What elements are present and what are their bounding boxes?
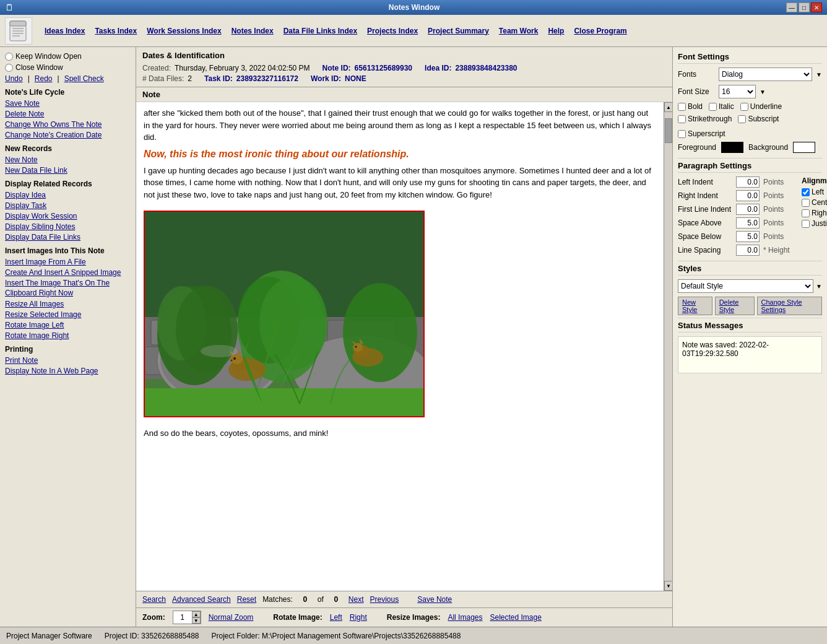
menu-help[interactable]: Help	[548, 27, 564, 35]
delete-note-link[interactable]: Delete Note	[5, 110, 131, 118]
keep-window-radio[interactable]: Keep Window Open	[5, 52, 131, 61]
underline-checkbox[interactable]	[740, 103, 748, 111]
insert-clipboard-image-link[interactable]: Insert The Image That's On The Clipboard…	[5, 279, 131, 298]
align-center-wrap[interactable]: Center	[802, 198, 827, 207]
new-note-link[interactable]: New Note	[5, 155, 131, 164]
align-left-wrap[interactable]: Left	[802, 188, 827, 196]
note-image-container[interactable]	[144, 211, 425, 417]
align-right-wrap[interactable]: Right	[802, 209, 827, 217]
rotate-right-link[interactable]: Right	[350, 613, 367, 622]
left-indent-input[interactable]	[736, 176, 760, 188]
menu-data-file-links-index[interactable]: Data File Links Index	[284, 27, 357, 35]
save-note-link[interactable]: Save Note	[5, 99, 131, 108]
previous-link[interactable]: Previous	[370, 595, 399, 604]
zoom-input[interactable]	[173, 612, 192, 623]
insert-image-file-link[interactable]: Insert Image From A File	[5, 258, 131, 266]
normal-zoom-link[interactable]: Normal Zoom	[209, 613, 254, 622]
display-data-file-links-link[interactable]: Display Data File Links	[5, 233, 131, 242]
subscript-checkbox[interactable]	[738, 115, 746, 123]
underline-checkbox-wrap[interactable]: Underline	[740, 102, 782, 111]
reset-link[interactable]: Reset	[237, 595, 256, 604]
menu-notes-index[interactable]: Notes Index	[232, 27, 274, 35]
print-note-link[interactable]: Print Note	[5, 356, 131, 365]
scroll-track[interactable]	[664, 112, 672, 581]
font-size-select[interactable]: 16	[719, 85, 756, 98]
selected-image-link[interactable]: Selected Image	[490, 613, 541, 622]
font-row: Fonts Dialog ▼	[678, 67, 822, 81]
note-section-title: Note	[136, 87, 672, 102]
note-scrollbar[interactable]: ▲ ▼	[664, 102, 672, 591]
resize-all-images-link[interactable]: Resize All Images	[5, 300, 131, 308]
scroll-thumb[interactable]	[665, 118, 672, 143]
menu-project-summary[interactable]: Project Summary	[428, 27, 489, 35]
new-data-file-link-link[interactable]: New Data File Link	[5, 166, 131, 175]
menu-tasks-index[interactable]: Tasks Index	[95, 27, 137, 35]
advanced-search-link[interactable]: Advanced Search	[172, 595, 231, 604]
display-idea-link[interactable]: Display Idea	[5, 191, 131, 199]
rotate-image-left-link[interactable]: Rotate Image Left	[5, 321, 131, 329]
space-below-input[interactable]	[736, 231, 760, 242]
background-color[interactable]	[793, 142, 815, 153]
bold-checkbox[interactable]	[678, 103, 686, 111]
align-center-checkbox[interactable]	[802, 199, 810, 207]
zoom-decrement-btn[interactable]: ▼	[192, 617, 201, 624]
close-button[interactable]: ✕	[811, 2, 822, 12]
menu-projects-index[interactable]: Projects Index	[367, 27, 418, 35]
change-creation-date-link[interactable]: Change Note's Creation Date	[5, 131, 131, 139]
style-select[interactable]: Default Style	[678, 279, 813, 293]
close-window-radio[interactable]: Close Window	[5, 63, 131, 72]
spell-check-button[interactable]: Spell Check	[64, 74, 104, 83]
italic-checkbox-wrap[interactable]: Italic	[709, 102, 734, 111]
change-owner-link[interactable]: Change Who Owns The Note	[5, 120, 131, 129]
strikethrough-checkbox[interactable]	[678, 115, 686, 123]
align-left-checkbox[interactable]	[802, 188, 810, 196]
svg-point-23	[176, 286, 238, 373]
all-images-link[interactable]: All Images	[448, 613, 482, 622]
change-style-btn[interactable]: Change Style Settings	[757, 297, 823, 315]
app-logo	[5, 17, 32, 45]
superscript-checkbox[interactable]	[678, 130, 686, 138]
first-line-indent-input[interactable]	[736, 204, 760, 215]
styles-title: Styles	[678, 264, 822, 276]
display-work-session-link[interactable]: Display Work Session	[5, 212, 131, 220]
scroll-down-btn[interactable]: ▼	[664, 581, 672, 591]
menu-work-sessions-index[interactable]: Work Sessions Index	[147, 27, 222, 35]
foreground-color[interactable]	[721, 142, 743, 153]
note-scroll[interactable]: after she "kicked them both out of the h…	[136, 102, 664, 591]
resize-selected-image-link[interactable]: Resize Selected Image	[5, 310, 131, 319]
right-indent-input[interactable]	[736, 190, 760, 201]
align-justified-checkbox[interactable]	[802, 220, 810, 228]
bold-checkbox-wrap[interactable]: Bold	[678, 102, 703, 111]
align-justified-wrap[interactable]: Justified	[802, 219, 827, 228]
new-style-btn[interactable]: New Style	[678, 297, 712, 315]
align-right-checkbox[interactable]	[802, 209, 810, 217]
italic-checkbox[interactable]	[709, 103, 717, 111]
scroll-up-btn[interactable]: ▲	[664, 102, 672, 112]
menu-team-work[interactable]: Team Work	[499, 27, 539, 35]
superscript-checkbox-wrap[interactable]: Superscript	[678, 129, 725, 138]
display-sibling-notes-link[interactable]: Display Sibling Notes	[5, 222, 131, 231]
save-note-search-bar-link[interactable]: Save Note	[417, 595, 452, 604]
font-dropdown-icon: ▼	[816, 71, 822, 78]
maximize-button[interactable]: □	[799, 2, 810, 12]
redo-button[interactable]: Redo	[35, 74, 53, 83]
next-link[interactable]: Next	[349, 595, 364, 604]
strikethrough-checkbox-wrap[interactable]: Strikethrough	[678, 115, 732, 123]
font-select[interactable]: Dialog	[719, 67, 812, 81]
delete-style-btn[interactable]: Delete Style	[715, 297, 755, 315]
rotate-left-link[interactable]: Left	[330, 613, 342, 622]
undo-button[interactable]: Undo	[5, 74, 23, 83]
content-area: Dates & Identification Created: Thursday…	[136, 47, 672, 627]
line-spacing-input[interactable]	[736, 245, 760, 256]
display-web-page-link[interactable]: Display Note In A Web Page	[5, 367, 131, 375]
create-snipped-image-link[interactable]: Create And Insert A Snipped Image	[5, 268, 131, 277]
rotate-image-right-link[interactable]: Rotate Image Right	[5, 331, 131, 340]
search-link[interactable]: Search	[142, 595, 166, 604]
subscript-checkbox-wrap[interactable]: Subscript	[738, 115, 779, 123]
display-task-link[interactable]: Display Task	[5, 201, 131, 210]
space-above-input[interactable]	[736, 217, 760, 228]
minimize-button[interactable]: —	[786, 2, 797, 12]
zoom-increment-btn[interactable]: ▲	[192, 611, 201, 617]
menu-close-program[interactable]: Close Program	[574, 27, 626, 35]
menu-ideas-index[interactable]: Ideas Index	[45, 27, 85, 35]
